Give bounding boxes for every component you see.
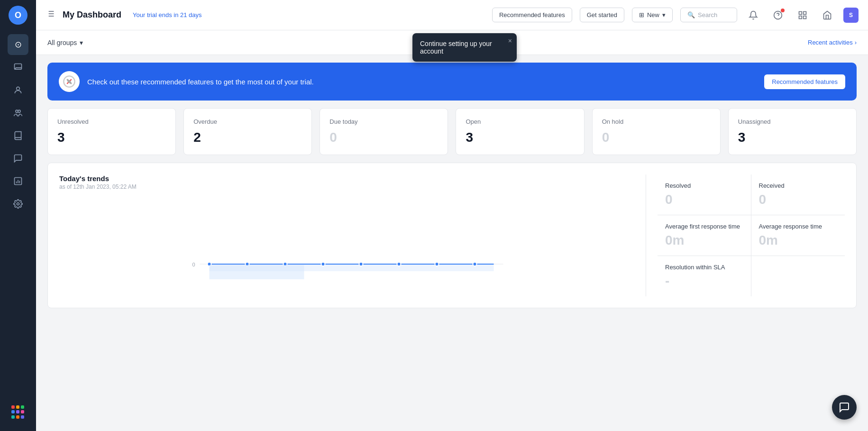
groups-select[interactable]: All groups ▾ [47,39,83,46]
sidebar-bottom [10,404,26,425]
trends-chart: 0 [59,198,634,293]
sidebar-item-chat-reports[interactable] [8,148,28,169]
stat-value: 3 [57,130,166,145]
filter-icon[interactable] [46,9,55,21]
sidebar-item-settings[interactable] [8,193,28,214]
metric-label: Resolved [665,182,743,189]
metrics-panel: Resolved 0 Received 0 Average first resp… [646,174,845,296]
svg-rect-16 [799,16,802,18]
trial-text[interactable]: Your trial ends in 21 days [133,11,202,18]
search-box[interactable]: 🔍 Search [680,8,737,22]
metric-value: 0 [665,192,743,207]
metric-resolution-sla: Resolution within SLA - [658,256,751,296]
compass-icon [59,71,80,92]
stat-label: Due today [329,118,438,125]
metric-received: Received 0 [751,174,845,215]
stat-on-hold[interactable]: On hold 0 [592,108,721,155]
recent-activities-link[interactable]: Recent activities › [808,39,857,46]
chart-area: Today's trends as of 12th Jan 2023, 05:2… [59,174,634,296]
svg-point-1 [17,87,20,90]
metric-avg-first-response: Average first response time 0m [658,215,751,256]
notification-dot [781,9,785,12]
metric-value: 0m [665,233,743,248]
sidebar-item-reports[interactable] [8,171,28,192]
stat-label: Overdue [193,118,302,125]
metric-resolved: Resolved 0 [658,174,751,215]
stat-due-today[interactable]: Due today 0 [320,108,448,155]
main-content: My Dashboard Your trial ends in 21 days … [36,0,868,431]
metric-label: Received [759,182,838,189]
svg-text:0: 0 [192,262,195,267]
content-wrapper: All groups ▾ Recent activities › Check o… [36,30,868,431]
metric-label: Average response time [759,223,838,230]
svg-point-5 [17,203,19,205]
user-avatar[interactable]: S [843,8,859,23]
svg-rect-17 [804,16,806,18]
svg-point-28 [397,262,401,266]
metric-avg-response: Average response time 0m [751,215,845,256]
metric-value: 0m [759,233,838,248]
search-icon: 🔍 [687,11,695,18]
stat-label: Open [466,118,574,125]
tooltip-popup: × Continue setting up your account [412,33,517,62]
sidebar: O ⊙ [0,0,36,431]
store-button[interactable] [819,7,836,24]
app-logo[interactable]: O [9,6,27,25]
chart-subtitle: as of 12th Jan 2023, 05:22 AM [59,183,634,190]
svg-point-3 [18,110,20,112]
new-button[interactable]: ⊞ New ▾ [632,8,673,22]
header: My Dashboard Your trial ends in 21 days … [36,0,868,30]
sidebar-item-conversations[interactable] [8,57,28,78]
notifications-button[interactable] [745,7,762,24]
banner: Check out these recommended features to … [47,63,857,101]
stat-value: 2 [193,130,302,145]
stat-value: 0 [329,130,438,145]
svg-point-26 [321,262,325,266]
stat-unresolved[interactable]: Unresolved 3 [47,108,176,155]
sidebar-item-home[interactable]: ⊙ [8,34,28,55]
banner-text: Check out these recommended features to … [87,78,757,86]
svg-point-30 [473,262,477,266]
sidebar-item-teams[interactable] [8,102,28,123]
chevron-down-icon: ▾ [662,11,666,18]
metric-value: 0 [759,192,838,207]
page-title: My Dashboard [63,10,121,20]
stat-label: On hold [602,118,711,125]
get-started-button[interactable]: Get started [580,8,624,22]
chat-bubble-button[interactable] [832,395,857,420]
recommended-features-button[interactable]: Recommended features [492,8,572,22]
svg-rect-31 [210,265,304,279]
sidebar-item-contacts[interactable] [8,80,28,101]
banner-recommended-button[interactable]: Recommended features [764,74,845,89]
chevron-right-icon: › [855,39,857,46]
stat-label: Unresolved [57,118,166,125]
metric-label: Average first response time [665,223,743,230]
chart-title: Today's trends [59,174,634,183]
svg-point-29 [435,262,439,266]
svg-rect-14 [799,11,802,14]
compose-icon: ⊞ [639,11,644,18]
metric-label: Resolution within SLA [665,264,743,271]
stat-value: 0 [602,130,711,145]
stat-value: 3 [738,130,847,145]
sidebar-item-knowledge[interactable] [8,125,28,146]
stat-label: Unassigned [738,118,847,125]
svg-rect-15 [804,11,806,14]
trends-section: Today's trends as of 12th Jan 2023, 05:2… [47,163,857,308]
stat-unassigned[interactable]: Unassigned 3 [728,108,857,155]
stat-value: 3 [466,130,574,145]
tooltip-close-button[interactable]: × [508,37,512,45]
sidebar-apps-icon[interactable] [10,404,26,420]
stat-overdue[interactable]: Overdue 2 [183,108,312,155]
help-button[interactable] [769,7,786,24]
metric-value: - [665,274,743,289]
stats-grid: Unresolved 3 Overdue 2 Due today 0 Open … [47,108,857,155]
chevron-down-icon: ▾ [80,39,83,46]
svg-point-27 [359,262,363,266]
stat-open[interactable]: Open 3 [456,108,584,155]
apps-button[interactable] [794,7,811,24]
tooltip-text: Continue setting up your account [420,40,492,55]
